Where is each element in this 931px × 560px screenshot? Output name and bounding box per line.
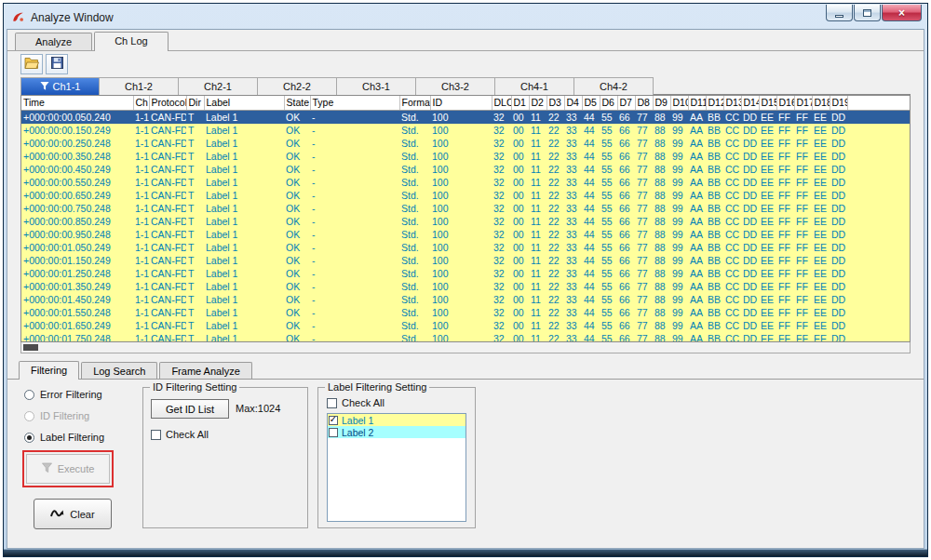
- column-header-d17[interactable]: D17: [794, 96, 812, 110]
- radio-label-filtering[interactable]: Label Filtering: [24, 432, 104, 443]
- cell: 1-1: [133, 137, 149, 150]
- table-row[interactable]: +000:00:00.850.2491-1CAN-FDTLabel 1OK-St…: [21, 215, 910, 228]
- cell: 1-1: [133, 163, 149, 176]
- cell: CC: [723, 254, 741, 267]
- get-id-list-button[interactable]: Get ID List: [151, 399, 229, 419]
- table-row[interactable]: +000:00:00.450.2491-1CAN-FDTLabel 1OK-St…: [21, 163, 910, 176]
- cell: 77: [635, 137, 653, 150]
- cell: Std.: [399, 306, 430, 319]
- tab-ch-log[interactable]: Ch Log: [94, 32, 168, 51]
- id-check-all-checkbox[interactable]: Check All: [151, 429, 209, 440]
- column-header-id[interactable]: ID: [430, 96, 492, 110]
- table-row[interactable]: +000:00:01.750.2481-1CAN-FDTLabel 1OK-St…: [21, 332, 910, 343]
- column-header-d11[interactable]: D11: [688, 96, 706, 110]
- table-row[interactable]: +000:00:00.550.2491-1CAN-FDTLabel 1OK-St…: [21, 176, 910, 189]
- table-row[interactable]: +000:00:00.350.2481-1CAN-FDTLabel 1OK-St…: [21, 150, 910, 163]
- column-header-d7[interactable]: D7: [617, 96, 635, 110]
- label-list-item-2[interactable]: Label 2: [328, 426, 466, 438]
- column-header-label[interactable]: Label: [204, 96, 284, 110]
- column-header-d9[interactable]: D9: [653, 96, 670, 110]
- table-row[interactable]: +000:00:01.350.2491-1CAN-FDTLabel 1OK-St…: [21, 280, 910, 293]
- cell: 11: [529, 319, 546, 332]
- radio-id-filtering[interactable]: ID Filtering: [24, 410, 89, 421]
- channel-tab-ch4-2[interactable]: Ch4-2: [574, 77, 654, 95]
- log-table-container[interactable]: TimeChProtocolDirLabelStateTypeFormatIDD…: [20, 95, 911, 342]
- minimize-button[interactable]: [826, 5, 853, 21]
- table-row[interactable]: +000:00:00.950.2481-1CAN-FDTLabel 1OK-St…: [21, 228, 910, 241]
- cell: DD: [830, 137, 847, 150]
- close-button[interactable]: ×: [882, 5, 922, 21]
- cell: 11: [529, 176, 546, 189]
- cell: EE: [812, 280, 830, 293]
- column-header-d3[interactable]: D3: [546, 96, 564, 110]
- column-header-dlc[interactable]: DLC: [492, 96, 511, 110]
- table-row[interactable]: +000:00:01.550.2481-1CAN-FDTLabel 1OK-St…: [21, 306, 910, 319]
- table-row[interactable]: +000:00:01.050.2491-1CAN-FDTLabel 1OK-St…: [21, 241, 910, 254]
- cell: EE: [759, 241, 776, 254]
- cell: CC: [723, 332, 741, 343]
- column-header-d6[interactable]: D6: [600, 96, 617, 110]
- column-header-dir[interactable]: Dir: [186, 96, 204, 110]
- column-header-format[interactable]: Format: [399, 96, 430, 110]
- column-header-d18[interactable]: D18: [812, 96, 830, 110]
- column-header-ch[interactable]: Ch: [133, 96, 149, 110]
- column-header-d4[interactable]: D4: [564, 96, 582, 110]
- open-file-button[interactable]: [20, 54, 43, 74]
- horizontal-scrollbar[interactable]: [20, 342, 911, 353]
- column-header-d10[interactable]: D10: [670, 96, 688, 110]
- table-row[interactable]: +000:00:00.150.2491-1CAN-FDTLabel 1OK-St…: [21, 124, 910, 137]
- cell: -: [310, 215, 399, 228]
- table-row[interactable]: +000:00:00.050.2401-1CAN-FDTLabel 1OK-St…: [21, 110, 910, 124]
- label-listbox[interactable]: Label 1 Label 2: [327, 413, 466, 522]
- channel-tab-ch1-2[interactable]: Ch1-2: [100, 77, 179, 95]
- column-header-time[interactable]: Time: [21, 96, 133, 110]
- save-button[interactable]: [46, 54, 68, 74]
- table-row[interactable]: +000:00:00.250.2481-1CAN-FDTLabel 1OK-St…: [21, 137, 910, 150]
- tab-frame-analyze[interactable]: Frame Analyze: [159, 362, 251, 379]
- execute-button[interactable]: Execute: [26, 454, 110, 484]
- column-header-d8[interactable]: D8: [635, 96, 653, 110]
- channel-tab-ch1-1[interactable]: Ch1-1: [20, 77, 100, 95]
- column-header-d15[interactable]: D15: [759, 96, 776, 110]
- cell: Std.: [399, 332, 430, 343]
- column-header-d1[interactable]: D1: [511, 96, 529, 110]
- cell: 00: [511, 306, 529, 319]
- channel-tab-ch2-1[interactable]: Ch2-1: [179, 77, 258, 95]
- channel-tab-ch3-2[interactable]: Ch3-2: [416, 77, 495, 95]
- column-header-d13[interactable]: D13: [723, 96, 741, 110]
- channel-tab-ch2-2[interactable]: Ch2-2: [258, 77, 337, 95]
- table-row[interactable]: +000:00:01.450.2491-1CAN-FDTLabel 1OK-St…: [21, 293, 910, 306]
- column-header-d12[interactable]: D12: [706, 96, 723, 110]
- label-list-item-1[interactable]: Label 1: [328, 414, 466, 426]
- tab-log-search[interactable]: Log Search: [81, 362, 157, 379]
- column-header-d5[interactable]: D5: [582, 96, 600, 110]
- table-row[interactable]: +000:00:01.150.2491-1CAN-FDTLabel 1OK-St…: [21, 254, 910, 267]
- table-row[interactable]: +000:00:01.250.2481-1CAN-FDTLabel 1OK-St…: [21, 267, 910, 280]
- clear-button[interactable]: Clear: [34, 499, 112, 529]
- cell: 100: [430, 254, 492, 267]
- column-header-d16[interactable]: D16: [776, 96, 794, 110]
- column-header-type[interactable]: Type: [310, 96, 399, 110]
- restore-button[interactable]: [854, 5, 881, 21]
- channel-tab-ch3-1[interactable]: Ch3-1: [337, 77, 416, 95]
- channel-tab-ch4-1[interactable]: Ch4-1: [495, 77, 574, 95]
- column-header-d14[interactable]: D14: [741, 96, 759, 110]
- cell: BB: [706, 163, 723, 176]
- table-row[interactable]: +000:00:00.750.2481-1CAN-FDTLabel 1OK-St…: [21, 202, 910, 215]
- table-row[interactable]: +000:00:01.650.2491-1CAN-FDTLabel 1OK-St…: [21, 319, 910, 332]
- column-header-d19[interactable]: D19: [830, 96, 847, 110]
- scrollbar-thumb[interactable]: [23, 344, 38, 351]
- radio-error-filtering[interactable]: Error Filtering: [24, 389, 102, 400]
- cell: 99: [670, 215, 688, 228]
- column-header-protocol[interactable]: Protocol: [149, 96, 186, 110]
- cell: 77: [635, 267, 653, 280]
- cell: AA: [688, 293, 706, 306]
- table-row[interactable]: +000:00:00.650.2491-1CAN-FDTLabel 1OK-St…: [21, 189, 910, 202]
- tab-analyze[interactable]: Analyze: [15, 33, 92, 50]
- label-check-all-checkbox[interactable]: Check All: [327, 397, 385, 408]
- cell: 66: [617, 280, 635, 293]
- cell: +000:00:00.350.248: [21, 150, 133, 163]
- tab-filtering[interactable]: Filtering: [19, 361, 79, 380]
- column-header-d2[interactable]: D2: [529, 96, 546, 110]
- column-header-state[interactable]: State: [284, 96, 310, 110]
